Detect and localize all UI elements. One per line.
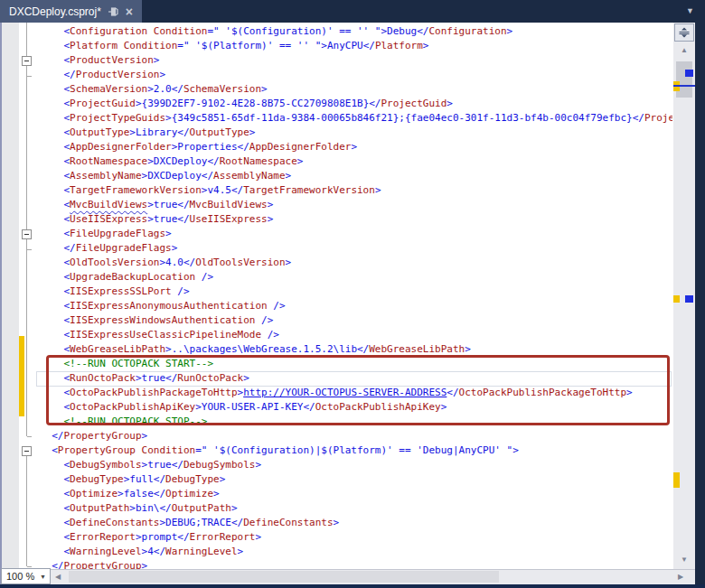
outline-scope-tick (27, 76, 32, 77)
collapse-box-fileupgradeflags[interactable] (22, 229, 32, 239)
code-line: <FileUpgradeFlags> (40, 227, 672, 241)
code-area[interactable]: <Configuration Condition=" '$(Configurat… (40, 24, 672, 569)
code-line: <Platform Condition=" '$(Platform)' == '… (40, 39, 672, 53)
code-line: <DebugSymbols>true</DebugSymbols> (40, 458, 672, 472)
code-line: <IISExpressWindowsAuthentication /> (40, 313, 672, 328)
horizontal-scroll-thumb[interactable] (69, 571, 499, 583)
code-line: <DebugType>full</DebugType> (40, 472, 672, 487)
outline-scope-line (26, 456, 27, 566)
code-line: <Optimize>false</Optimize> (40, 487, 672, 501)
outline-scope-tick (27, 436, 32, 437)
code-line: <ProductVersion> (40, 53, 672, 68)
code-line: <PropertyGroup Condition=" '$(Configurat… (40, 443, 672, 458)
indicator-margin (2, 23, 19, 569)
collapse-box-propertygroup[interactable] (22, 446, 32, 456)
scrollbar-mark-changed (673, 472, 680, 488)
code-line: </PropertyGroup> (40, 429, 672, 443)
outline-scope-tick (27, 566, 32, 567)
outline-scope-line (26, 66, 27, 76)
scrollbar-mark-changed (673, 295, 680, 303)
tab-list-chevron-icon[interactable]: ▼ (686, 6, 694, 15)
zoom-level-combo[interactable]: 100 % ▼ (1, 568, 51, 584)
code-line: <IISExpressAnonymousAuthentication /> (40, 299, 672, 313)
split-window-handle[interactable] (674, 23, 694, 42)
code-line: <AppDesignerFolder>Properties</AppDesign… (40, 140, 672, 154)
code-line: <ErrorReport>prompt</ErrorReport> (40, 530, 672, 545)
code-line: <OutputType>Library</OutputType> (40, 126, 672, 140)
annotation-red-box (46, 355, 670, 425)
code-line: <MvcBuildViews>true</MvcBuildViews> (40, 198, 672, 212)
zoom-level-value: 100 % (2, 571, 40, 582)
squiggle-underlined-text: MvcBuildViews (70, 199, 147, 210)
code-line: <Configuration Condition=" '$(Configurat… (40, 24, 672, 39)
scroll-down-icon[interactable]: ▼ (673, 553, 695, 567)
vs-editor-window: DXCDeploy.csproj* × ▼ < (0, 0, 705, 588)
code-line: <ProjectTypeGuids>{349c5851-65df-11da-93… (40, 111, 672, 126)
window-right-edge (695, 23, 705, 588)
scrollbar-caret-mark (673, 85, 695, 87)
outline-scope-tick (27, 249, 32, 250)
tab-title: DXCDeploy.csproj* (9, 5, 101, 18)
tab-strip: DXCDeploy.csproj* × ▼ (0, 0, 705, 23)
code-line: <IISExpressUseClassicPipelineMode /> (40, 328, 672, 342)
collapse-box-productversion[interactable] (22, 56, 32, 66)
pin-icon[interactable] (108, 6, 118, 17)
scrollbar-mark-blue (685, 295, 693, 303)
scroll-up-icon[interactable]: ▲ (673, 43, 695, 58)
code-line: <UpgradeBackupLocation /> (40, 270, 672, 285)
split-handle-icon (679, 27, 690, 38)
zoom-combo-arrow-icon: ▼ (40, 574, 50, 580)
code-line: <OldToolsVersion>4.0</OldToolsVersion> (40, 256, 672, 270)
code-line: <RootNamespace>DXCDeploy</RootNamespace> (40, 154, 672, 169)
changed-lines-bar (19, 336, 24, 416)
scroll-right-icon[interactable]: ▶ (678, 570, 683, 584)
code-line: </PropertyGroup> (40, 559, 672, 569)
code-line: <ProjectGuid>{399D2EF7-9102-4E28-8B75-CC… (40, 97, 672, 111)
code-line: <UseIISExpress>true</UseIISExpress> (40, 212, 672, 227)
scrollbar-mark-blue (685, 70, 693, 77)
close-icon[interactable]: × (126, 5, 133, 18)
outline-scope-line (26, 239, 27, 249)
code-line: <DefineConstants>DEBUG;TRACE</DefineCons… (40, 516, 672, 530)
code-line: <SchemaVersion>2.0</SchemaVersion> (40, 82, 672, 97)
code-line: <AssemblyName>DXCDeploy</AssemblyName> (40, 169, 672, 183)
scroll-left-icon[interactable]: ◀ (55, 570, 61, 584)
code-line: <WarningLevel>4</WarningLevel> (40, 545, 672, 559)
code-line: <TargetFrameworkVersion>v4.5</TargetFram… (40, 183, 672, 198)
document-tab[interactable]: DXCDeploy.csproj* × (0, 0, 142, 23)
code-line: </ProductVersion> (40, 68, 672, 82)
code-line: </FileUpgradeFlags> (40, 241, 672, 256)
code-line: <IISExpressSSLPort /> (40, 285, 672, 299)
window-bottom-edge (0, 584, 705, 588)
code-line: <OutputPath>bin\</OutputPath> (40, 501, 672, 516)
vertical-scroll-thumb[interactable] (676, 61, 692, 98)
